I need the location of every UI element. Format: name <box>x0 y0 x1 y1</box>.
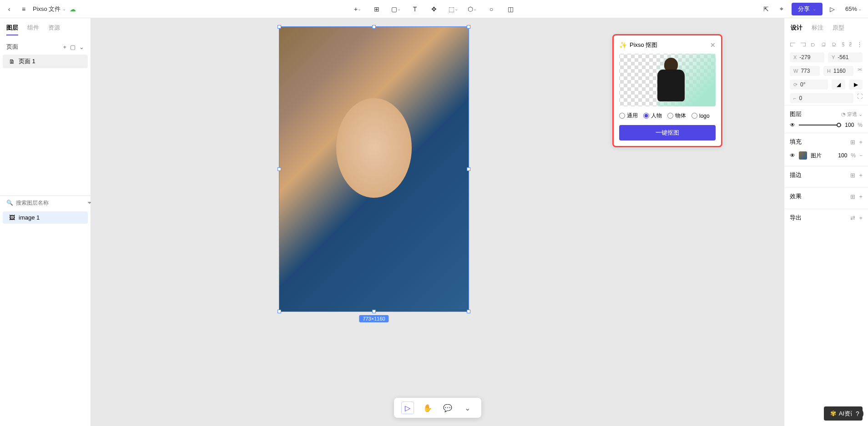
location-icon[interactable]: ⌖ <box>776 4 787 15</box>
selection-box[interactable]: 773×1160 <box>279 26 469 312</box>
flip-h-icon[interactable]: ◢ <box>832 80 845 90</box>
add-page-icon[interactable]: + <box>63 44 66 50</box>
tab-layers[interactable]: 图层 <box>6 24 18 35</box>
tab-components[interactable]: 组件 <box>27 24 39 35</box>
align-bottom-icon[interactable]: ⫓ <box>842 41 845 48</box>
tab-prototype[interactable]: 原型 <box>833 24 844 35</box>
opacity-slider[interactable] <box>799 125 841 125</box>
fill-type[interactable]: 图片 <box>811 152 822 160</box>
fill-swatch[interactable] <box>799 151 807 160</box>
zoom-level[interactable]: 65% ⌄ <box>843 5 864 12</box>
layer-item-label: image 1 <box>19 214 40 221</box>
page-item[interactable]: 🗎 页面 1 <box>3 55 88 68</box>
resize-handle-bl[interactable] <box>278 310 281 313</box>
ellipse-tool-icon[interactable]: ○ <box>486 4 497 15</box>
export-icon[interactable]: ⇱ <box>761 4 772 15</box>
corner-field[interactable]: ⌐0 <box>790 93 853 103</box>
align-center-h-icon[interactable]: ⫎ <box>800 41 806 48</box>
tab-annotate[interactable]: 标注 <box>812 24 823 35</box>
frame-tool-icon[interactable]: ⊞ <box>371 4 382 15</box>
distribute-icon[interactable]: ⫔ <box>849 41 852 48</box>
search-input[interactable] <box>16 200 84 206</box>
blend-mode-icon: ◔ <box>841 111 846 117</box>
align-top-icon[interactable]: ⫑ <box>821 41 827 48</box>
align-center-v-icon[interactable]: ⫒ <box>831 41 837 48</box>
y-field[interactable]: Y-561 <box>828 52 863 62</box>
option-logo[interactable]: logo <box>691 112 710 120</box>
style-icon[interactable]: ⊞ <box>850 172 855 179</box>
resize-handle-lm[interactable] <box>278 167 281 171</box>
corner-expand-icon[interactable]: ⛶ <box>857 93 863 103</box>
w-field[interactable]: W773 <box>790 66 820 76</box>
align-right-icon[interactable]: ⫐ <box>810 41 816 48</box>
export-section-icons: ⇄+ <box>850 215 863 221</box>
align-left-icon[interactable]: ⫍ <box>790 41 796 48</box>
preview-body <box>657 70 685 101</box>
pages-label: 页面 <box>6 43 18 51</box>
resize-handle-tl[interactable] <box>278 25 281 29</box>
crop-tool-icon[interactable]: ◫ <box>505 4 516 15</box>
move-tool-icon[interactable]: ✥ <box>429 4 439 15</box>
fill-opacity[interactable]: 100 <box>838 152 847 159</box>
option-person[interactable]: 人物 <box>643 112 662 120</box>
help-button[interactable]: ? <box>852 408 863 420</box>
add-tool-icon[interactable]: +⌄ <box>352 4 363 15</box>
add-export-icon[interactable]: + <box>859 215 863 221</box>
corner-icon: ⌐ <box>793 95 796 101</box>
x-field[interactable]: X-279 <box>790 52 824 62</box>
chevron-down-icon[interactable]: ⌄ <box>79 44 84 50</box>
resize-handle-rm[interactable] <box>467 167 470 171</box>
share-button[interactable]: 分享 ⌄ <box>792 3 823 15</box>
cutout-button[interactable]: 一键抠图 <box>619 125 716 140</box>
tab-assets[interactable]: 资源 <box>48 24 60 35</box>
slider-thumb[interactable] <box>837 123 841 127</box>
option-general[interactable]: 通用 <box>619 112 638 120</box>
rect-tool-icon[interactable]: ▢⌄ <box>390 4 401 15</box>
resize-handle-bm[interactable] <box>372 310 376 313</box>
link-dimensions-icon[interactable]: ⫘ <box>857 66 863 76</box>
hand-tool-icon[interactable]: ✋ <box>421 401 434 414</box>
style-icon[interactable]: ⊞ <box>850 139 855 145</box>
visibility-icon[interactable]: 👁 <box>790 152 795 159</box>
opacity-value[interactable]: 100 <box>845 122 854 128</box>
h-field[interactable]: H1160 <box>823 66 853 76</box>
option-object[interactable]: 物体 <box>667 112 686 120</box>
visibility-icon[interactable]: 👁 <box>790 122 795 128</box>
cutout-title: Pixso 抠图 <box>630 41 657 49</box>
add-effect-icon[interactable]: + <box>859 193 863 200</box>
style-icon[interactable]: ⊞ <box>850 193 855 200</box>
export-settings-icon[interactable]: ⇄ <box>850 215 855 221</box>
cloud-sync-icon[interactable]: ☁ <box>70 5 76 13</box>
menu-icon[interactable]: ≡ <box>18 4 29 15</box>
canvas[interactable]: 773×1160 ✨ Pixso 抠图 ✕ 通用 人物 物体 <box>91 18 784 426</box>
close-icon[interactable]: ✕ <box>710 41 716 49</box>
play-icon[interactable]: ▷ <box>827 4 838 15</box>
text-tool-icon[interactable]: T <box>409 4 420 15</box>
comment-tool-icon[interactable]: 💬 <box>441 401 454 414</box>
component-tool-icon[interactable]: ⬚⌄ <box>448 4 459 15</box>
resize-handle-tr[interactable] <box>467 25 470 29</box>
more-tools-icon[interactable]: ⌄ <box>461 401 474 414</box>
layer-section: 图层 ◔ 穿透 ⌄ 👁 100 % <box>784 105 868 133</box>
effects-section: 效果 ⊞+ <box>784 187 868 209</box>
resize-handle-br[interactable] <box>467 310 470 313</box>
tab-design[interactable]: 设计 <box>791 24 802 35</box>
file-name[interactable]: Pixso 文件 ⌄ <box>33 5 66 13</box>
resize-handle-tm[interactable] <box>372 25 376 29</box>
more-align-icon[interactable]: ⋮ <box>857 41 863 48</box>
page-folder-icon[interactable]: ▢ <box>70 44 76 50</box>
remove-fill-icon[interactable]: − <box>859 152 863 159</box>
percent-label: % <box>851 152 856 159</box>
pointer-tool-icon[interactable]: ▷ <box>401 401 414 414</box>
rotation-field[interactable]: ⟳0° <box>790 80 828 90</box>
add-stroke-icon[interactable]: + <box>859 172 863 179</box>
flip-v-icon[interactable]: ▶ <box>849 80 863 90</box>
add-fill-icon[interactable]: + <box>859 139 863 145</box>
boolean-tool-icon[interactable]: ⬡⌄ <box>467 4 478 15</box>
export-section-header: 导出 ⇄+ <box>790 214 863 222</box>
layer-item[interactable]: 🖼 image 1 <box>3 211 88 224</box>
topbar-right: ⇱ ⌖ 分享 ⌄ ▷ 65% ⌄ <box>761 3 864 15</box>
back-icon[interactable]: ‹ <box>4 4 15 15</box>
blend-mode[interactable]: ◔ 穿透 ⌄ <box>841 111 863 118</box>
layers-section: 🔍 ⏷ ⇅ 🖼 image 1 <box>0 195 91 226</box>
